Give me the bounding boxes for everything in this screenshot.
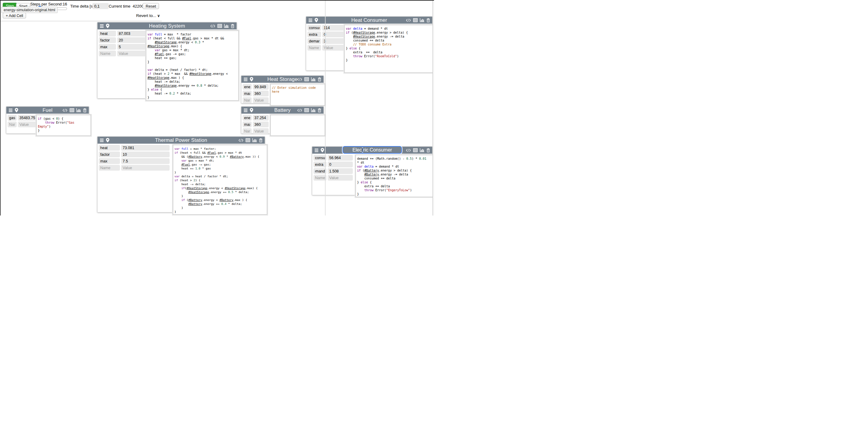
- code-editor[interactable]: // Enter simulation codehere: [271, 84, 325, 106]
- code-editor[interactable]: demand += (Math.random() - 0.5) * 0.01* …: [355, 155, 434, 197]
- card-header-drag-handle[interactable]: Thermal Power Station: [97, 137, 265, 144]
- code-view-icon[interactable]: [297, 109, 302, 112]
- var-value-input[interactable]: [117, 37, 146, 43]
- var-value-input[interactable]: [253, 91, 269, 96]
- var-value-input[interactable]: [253, 97, 269, 103]
- var-name-input[interactable]: [243, 121, 252, 127]
- hamburger-menu-icon[interactable]: [314, 148, 319, 152]
- var-value-input[interactable]: [328, 155, 353, 161]
- location-pin-icon[interactable]: [321, 148, 324, 152]
- var-value-input[interactable]: [253, 115, 269, 121]
- delete-cell-icon[interactable]: [259, 138, 262, 142]
- code-view-icon[interactable]: [210, 24, 215, 28]
- code-view-icon[interactable]: [297, 78, 302, 81]
- time-delta-input[interactable]: [92, 3, 109, 9]
- delete-cell-icon[interactable]: [318, 108, 321, 112]
- chart-view-icon[interactable]: [420, 148, 424, 152]
- card-title[interactable]: Heating System: [97, 23, 237, 29]
- var-value-input[interactable]: [121, 151, 169, 157]
- table-view-icon[interactable]: [217, 24, 222, 28]
- var-name-input[interactable]: [99, 31, 116, 36]
- hamburger-menu-icon[interactable]: [244, 78, 248, 81]
- location-pin-icon[interactable]: [15, 108, 18, 112]
- var-name-input[interactable]: [313, 175, 327, 181]
- hamburger-menu-icon[interactable]: [244, 109, 248, 112]
- delete-cell-icon[interactable]: [83, 108, 87, 112]
- chart-view-icon[interactable]: [76, 108, 81, 112]
- var-name-input[interactable]: [243, 115, 252, 121]
- hamburger-menu-icon[interactable]: [308, 19, 313, 22]
- var-value-input[interactable]: [253, 84, 269, 90]
- var-name-input[interactable]: [99, 151, 120, 157]
- add-cell-button[interactable]: + Add Cell: [3, 13, 26, 19]
- var-name-input[interactable]: [313, 168, 327, 174]
- var-value-input[interactable]: [328, 175, 353, 181]
- var-name-input[interactable]: [99, 37, 116, 43]
- var-name-input[interactable]: [99, 165, 120, 171]
- var-value-input[interactable]: [253, 128, 269, 134]
- var-value-input[interactable]: [121, 165, 169, 171]
- var-name-input[interactable]: [99, 44, 116, 50]
- code-view-icon[interactable]: [406, 19, 411, 22]
- location-pin-icon[interactable]: [250, 77, 253, 82]
- var-value-input[interactable]: [121, 158, 169, 164]
- chart-view-icon[interactable]: [311, 77, 316, 81]
- delete-cell-icon[interactable]: [318, 77, 321, 82]
- var-value-input[interactable]: [253, 121, 269, 127]
- hamburger-menu-icon[interactable]: [100, 24, 104, 28]
- var-name-input[interactable]: [243, 97, 252, 103]
- var-name-input[interactable]: [313, 162, 327, 167]
- code-editor[interactable]: var delta = demand * dtif (#HeatStorage.…: [344, 25, 434, 73]
- var-value-input[interactable]: [117, 31, 146, 36]
- chart-view-icon[interactable]: [252, 138, 257, 142]
- location-pin-icon[interactable]: [250, 108, 253, 112]
- table-view-icon[interactable]: [304, 77, 309, 81]
- var-value-input[interactable]: [328, 162, 353, 167]
- chart-view-icon[interactable]: [311, 108, 316, 112]
- chart-view-icon[interactable]: [224, 24, 229, 28]
- var-name-input[interactable]: [307, 31, 321, 37]
- card-title-input-focused[interactable]: Electric Consumer: [343, 146, 402, 154]
- var-name-input[interactable]: [99, 145, 120, 151]
- code-editor[interactable]: var full = max * factorif (heat < full &…: [146, 31, 239, 100]
- reset-button[interactable]: Reset: [143, 3, 159, 9]
- card-header-drag-handle[interactable]: Battery: [241, 107, 323, 114]
- var-name-input[interactable]: [243, 91, 252, 96]
- var-name-input[interactable]: [313, 155, 327, 161]
- card-header-drag-handle[interactable]: Fuel: [6, 107, 89, 114]
- var-value-input[interactable]: [117, 44, 146, 50]
- delete-cell-icon[interactable]: [427, 148, 430, 152]
- table-view-icon[interactable]: [70, 108, 74, 112]
- code-view-icon[interactable]: [406, 148, 411, 152]
- hamburger-menu-icon[interactable]: [8, 109, 13, 112]
- code-editor[interactable]: if (gas < 0) { throw Error("GasEmpty")}: [36, 115, 91, 136]
- delete-cell-icon[interactable]: [231, 24, 235, 28]
- card-header-drag-handle[interactable]: Electric Consumer: [312, 147, 432, 154]
- table-view-icon[interactable]: [413, 18, 417, 22]
- table-view-icon[interactable]: [304, 108, 309, 112]
- code-editor[interactable]: [271, 115, 325, 136]
- var-name-input[interactable]: [307, 25, 321, 31]
- pane-splitter[interactable]: [325, 1, 326, 216]
- var-value-input[interactable]: [121, 145, 169, 151]
- var-name-input[interactable]: [7, 115, 17, 121]
- card-header-drag-handle[interactable]: Heat Storage: [241, 76, 323, 83]
- hamburger-menu-icon[interactable]: [100, 139, 104, 142]
- var-value-input[interactable]: [117, 51, 146, 56]
- code-view-icon[interactable]: [62, 109, 67, 112]
- var-value-input[interactable]: [328, 168, 353, 174]
- location-pin-icon[interactable]: [106, 138, 109, 142]
- chart-view-icon[interactable]: [420, 18, 424, 22]
- var-name-input[interactable]: [243, 128, 252, 134]
- location-pin-icon[interactable]: [106, 24, 109, 28]
- var-name-input[interactable]: [243, 84, 252, 90]
- var-name-input[interactable]: [99, 158, 120, 164]
- location-pin-icon[interactable]: [315, 18, 318, 23]
- var-name-input[interactable]: [7, 121, 17, 127]
- table-view-icon[interactable]: [246, 138, 250, 142]
- card-header-drag-handle[interactable]: Heating System: [97, 23, 237, 29]
- code-view-icon[interactable]: [238, 139, 244, 142]
- var-name-input[interactable]: [307, 38, 321, 44]
- table-view-icon[interactable]: [413, 148, 417, 152]
- var-name-input[interactable]: [99, 51, 116, 56]
